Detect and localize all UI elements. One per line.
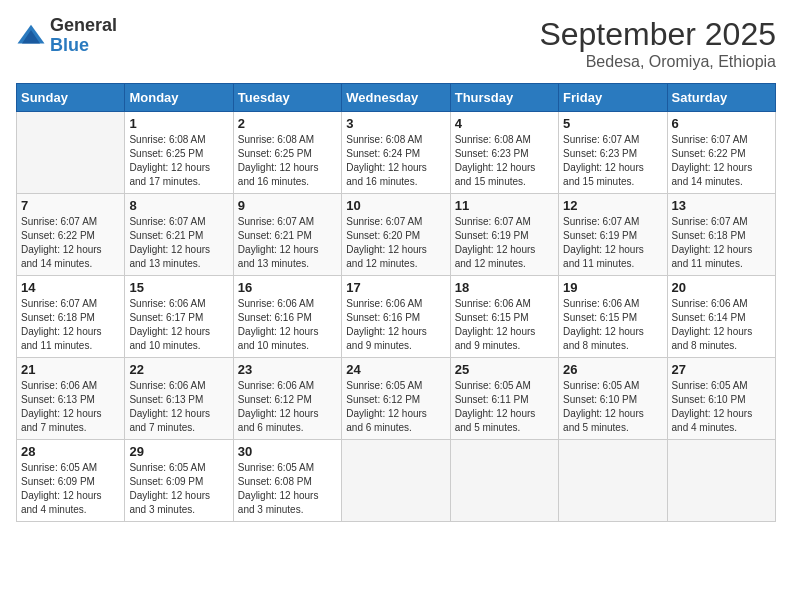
calendar-cell: 16Sunrise: 6:06 AM Sunset: 6:16 PM Dayli… [233, 276, 341, 358]
day-number: 2 [238, 116, 337, 131]
day-detail: Sunrise: 6:05 AM Sunset: 6:09 PM Dayligh… [21, 461, 120, 517]
calendar-cell: 21Sunrise: 6:06 AM Sunset: 6:13 PM Dayli… [17, 358, 125, 440]
day-detail: Sunrise: 6:08 AM Sunset: 6:23 PM Dayligh… [455, 133, 554, 189]
day-number: 11 [455, 198, 554, 213]
calendar-cell: 11Sunrise: 6:07 AM Sunset: 6:19 PM Dayli… [450, 194, 558, 276]
day-number: 3 [346, 116, 445, 131]
day-detail: Sunrise: 6:06 AM Sunset: 6:15 PM Dayligh… [455, 297, 554, 353]
calendar-cell: 23Sunrise: 6:06 AM Sunset: 6:12 PM Dayli… [233, 358, 341, 440]
calendar-cell: 2Sunrise: 6:08 AM Sunset: 6:25 PM Daylig… [233, 112, 341, 194]
day-detail: Sunrise: 6:06 AM Sunset: 6:14 PM Dayligh… [672, 297, 771, 353]
day-number: 15 [129, 280, 228, 295]
calendar-cell [342, 440, 450, 522]
logo: General Blue [16, 16, 117, 56]
day-detail: Sunrise: 6:07 AM Sunset: 6:18 PM Dayligh… [672, 215, 771, 271]
day-header-wednesday: Wednesday [342, 84, 450, 112]
calendar-cell: 9Sunrise: 6:07 AM Sunset: 6:21 PM Daylig… [233, 194, 341, 276]
day-header-saturday: Saturday [667, 84, 775, 112]
day-number: 13 [672, 198, 771, 213]
day-detail: Sunrise: 6:06 AM Sunset: 6:16 PM Dayligh… [238, 297, 337, 353]
calendar-cell [17, 112, 125, 194]
calendar-cell: 13Sunrise: 6:07 AM Sunset: 6:18 PM Dayli… [667, 194, 775, 276]
day-number: 28 [21, 444, 120, 459]
day-detail: Sunrise: 6:05 AM Sunset: 6:11 PM Dayligh… [455, 379, 554, 435]
day-number: 10 [346, 198, 445, 213]
day-detail: Sunrise: 6:05 AM Sunset: 6:12 PM Dayligh… [346, 379, 445, 435]
day-detail: Sunrise: 6:08 AM Sunset: 6:25 PM Dayligh… [238, 133, 337, 189]
day-detail: Sunrise: 6:05 AM Sunset: 6:10 PM Dayligh… [563, 379, 662, 435]
day-detail: Sunrise: 6:08 AM Sunset: 6:25 PM Dayligh… [129, 133, 228, 189]
calendar-cell: 3Sunrise: 6:08 AM Sunset: 6:24 PM Daylig… [342, 112, 450, 194]
day-number: 19 [563, 280, 662, 295]
calendar-cell: 7Sunrise: 6:07 AM Sunset: 6:22 PM Daylig… [17, 194, 125, 276]
calendar-week-1: 1Sunrise: 6:08 AM Sunset: 6:25 PM Daylig… [17, 112, 776, 194]
calendar-cell: 24Sunrise: 6:05 AM Sunset: 6:12 PM Dayli… [342, 358, 450, 440]
calendar-table: SundayMondayTuesdayWednesdayThursdayFrid… [16, 83, 776, 522]
day-header-monday: Monday [125, 84, 233, 112]
calendar-cell: 15Sunrise: 6:06 AM Sunset: 6:17 PM Dayli… [125, 276, 233, 358]
day-detail: Sunrise: 6:07 AM Sunset: 6:18 PM Dayligh… [21, 297, 120, 353]
day-detail: Sunrise: 6:06 AM Sunset: 6:17 PM Dayligh… [129, 297, 228, 353]
day-number: 29 [129, 444, 228, 459]
calendar-cell: 14Sunrise: 6:07 AM Sunset: 6:18 PM Dayli… [17, 276, 125, 358]
day-number: 25 [455, 362, 554, 377]
day-number: 17 [346, 280, 445, 295]
calendar-week-3: 14Sunrise: 6:07 AM Sunset: 6:18 PM Dayli… [17, 276, 776, 358]
day-number: 20 [672, 280, 771, 295]
day-detail: Sunrise: 6:06 AM Sunset: 6:15 PM Dayligh… [563, 297, 662, 353]
day-detail: Sunrise: 6:07 AM Sunset: 6:22 PM Dayligh… [21, 215, 120, 271]
calendar-cell: 1Sunrise: 6:08 AM Sunset: 6:25 PM Daylig… [125, 112, 233, 194]
day-detail: Sunrise: 6:05 AM Sunset: 6:08 PM Dayligh… [238, 461, 337, 517]
calendar-cell: 8Sunrise: 6:07 AM Sunset: 6:21 PM Daylig… [125, 194, 233, 276]
logo-text: General Blue [50, 16, 117, 56]
day-number: 30 [238, 444, 337, 459]
logo-general: General [50, 16, 117, 36]
calendar-cell: 27Sunrise: 6:05 AM Sunset: 6:10 PM Dayli… [667, 358, 775, 440]
day-detail: Sunrise: 6:07 AM Sunset: 6:22 PM Dayligh… [672, 133, 771, 189]
calendar-cell [559, 440, 667, 522]
day-number: 5 [563, 116, 662, 131]
calendar-cell: 10Sunrise: 6:07 AM Sunset: 6:20 PM Dayli… [342, 194, 450, 276]
day-detail: Sunrise: 6:07 AM Sunset: 6:23 PM Dayligh… [563, 133, 662, 189]
day-header-tuesday: Tuesday [233, 84, 341, 112]
day-header-friday: Friday [559, 84, 667, 112]
day-header-sunday: Sunday [17, 84, 125, 112]
calendar-cell: 19Sunrise: 6:06 AM Sunset: 6:15 PM Dayli… [559, 276, 667, 358]
day-number: 16 [238, 280, 337, 295]
logo-blue: Blue [50, 36, 117, 56]
day-number: 1 [129, 116, 228, 131]
day-number: 14 [21, 280, 120, 295]
calendar-cell: 25Sunrise: 6:05 AM Sunset: 6:11 PM Dayli… [450, 358, 558, 440]
day-detail: Sunrise: 6:07 AM Sunset: 6:21 PM Dayligh… [238, 215, 337, 271]
calendar-cell: 20Sunrise: 6:06 AM Sunset: 6:14 PM Dayli… [667, 276, 775, 358]
day-number: 8 [129, 198, 228, 213]
day-detail: Sunrise: 6:07 AM Sunset: 6:19 PM Dayligh… [455, 215, 554, 271]
day-detail: Sunrise: 6:06 AM Sunset: 6:13 PM Dayligh… [21, 379, 120, 435]
calendar-week-4: 21Sunrise: 6:06 AM Sunset: 6:13 PM Dayli… [17, 358, 776, 440]
day-detail: Sunrise: 6:06 AM Sunset: 6:16 PM Dayligh… [346, 297, 445, 353]
calendar-week-2: 7Sunrise: 6:07 AM Sunset: 6:22 PM Daylig… [17, 194, 776, 276]
calendar-cell: 26Sunrise: 6:05 AM Sunset: 6:10 PM Dayli… [559, 358, 667, 440]
calendar-header-row: SundayMondayTuesdayWednesdayThursdayFrid… [17, 84, 776, 112]
location-subtitle: Bedesa, Oromiya, Ethiopia [539, 53, 776, 71]
day-detail: Sunrise: 6:08 AM Sunset: 6:24 PM Dayligh… [346, 133, 445, 189]
day-number: 7 [21, 198, 120, 213]
day-number: 24 [346, 362, 445, 377]
day-detail: Sunrise: 6:06 AM Sunset: 6:13 PM Dayligh… [129, 379, 228, 435]
calendar-cell: 22Sunrise: 6:06 AM Sunset: 6:13 PM Dayli… [125, 358, 233, 440]
month-title: September 2025 [539, 16, 776, 53]
day-number: 21 [21, 362, 120, 377]
calendar-cell: 29Sunrise: 6:05 AM Sunset: 6:09 PM Dayli… [125, 440, 233, 522]
calendar-cell: 17Sunrise: 6:06 AM Sunset: 6:16 PM Dayli… [342, 276, 450, 358]
calendar-cell: 6Sunrise: 6:07 AM Sunset: 6:22 PM Daylig… [667, 112, 775, 194]
day-detail: Sunrise: 6:07 AM Sunset: 6:21 PM Dayligh… [129, 215, 228, 271]
calendar-cell [450, 440, 558, 522]
calendar-cell: 4Sunrise: 6:08 AM Sunset: 6:23 PM Daylig… [450, 112, 558, 194]
day-number: 18 [455, 280, 554, 295]
page-header: General Blue September 2025 Bedesa, Orom… [16, 16, 776, 71]
calendar-cell: 12Sunrise: 6:07 AM Sunset: 6:19 PM Dayli… [559, 194, 667, 276]
day-number: 27 [672, 362, 771, 377]
day-detail: Sunrise: 6:05 AM Sunset: 6:10 PM Dayligh… [672, 379, 771, 435]
day-header-thursday: Thursday [450, 84, 558, 112]
calendar-cell: 18Sunrise: 6:06 AM Sunset: 6:15 PM Dayli… [450, 276, 558, 358]
